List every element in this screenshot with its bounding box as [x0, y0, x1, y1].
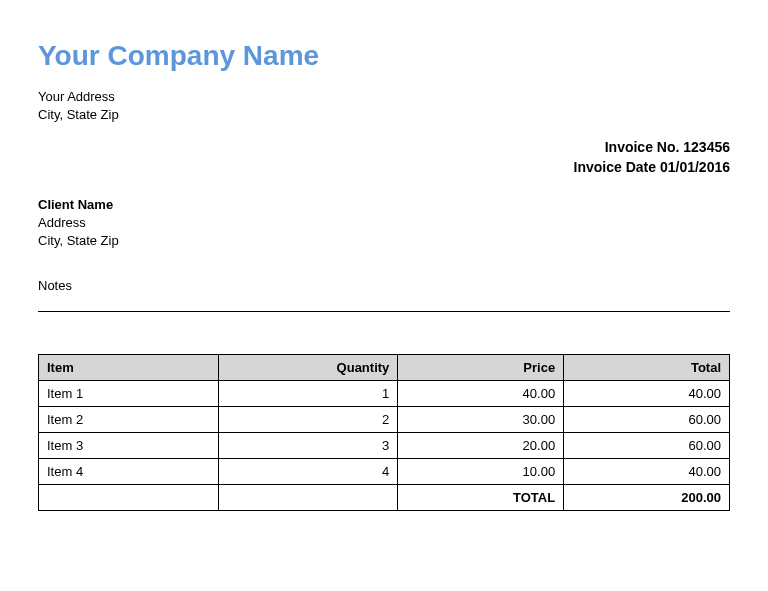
client-name: Client Name [38, 196, 730, 214]
table-total-row: TOTAL 200.00 [39, 485, 730, 511]
invoice-number-label: Invoice No. [605, 139, 680, 155]
table-row: Item 1 1 40.00 40.00 [39, 381, 730, 407]
cell-quantity: 1 [218, 381, 398, 407]
cell-total: 40.00 [564, 381, 730, 407]
cell-price: 30.00 [398, 407, 564, 433]
table-row: Item 3 3 20.00 60.00 [39, 433, 730, 459]
cell-total: 40.00 [564, 459, 730, 485]
invoice-date-line: Invoice Date 01/01/2016 [38, 158, 730, 178]
cell-total: 60.00 [564, 433, 730, 459]
cell-quantity: 2 [218, 407, 398, 433]
table-row: Item 4 4 10.00 40.00 [39, 459, 730, 485]
invoice-number-line: Invoice No. 123456 [38, 138, 730, 158]
invoice-date-value: 01/01/2016 [660, 159, 730, 175]
notes-label: Notes [38, 278, 730, 293]
invoice-meta: Invoice No. 123456 Invoice Date 01/01/20… [38, 138, 730, 177]
cell-item: Item 4 [39, 459, 219, 485]
cell-total: 60.00 [564, 407, 730, 433]
client-address-line2: City, State Zip [38, 232, 730, 250]
cell-quantity: 4 [218, 459, 398, 485]
cell-item: Item 2 [39, 407, 219, 433]
header-total: Total [564, 355, 730, 381]
company-address-block: Your Address City, State Zip [38, 88, 730, 124]
invoice-date-label: Invoice Date [574, 159, 656, 175]
invoice-table: Item Quantity Price Total Item 1 1 40.00… [38, 354, 730, 511]
header-quantity: Quantity [218, 355, 398, 381]
cell-item: Item 3 [39, 433, 219, 459]
header-item: Item [39, 355, 219, 381]
company-address-line1: Your Address [38, 88, 730, 106]
invoice-number-value: 123456 [683, 139, 730, 155]
cell-empty [39, 485, 219, 511]
cell-total-value: 200.00 [564, 485, 730, 511]
table-header-row: Item Quantity Price Total [39, 355, 730, 381]
company-name: Your Company Name [38, 40, 730, 72]
header-price: Price [398, 355, 564, 381]
section-divider [38, 311, 730, 312]
company-address-line2: City, State Zip [38, 106, 730, 124]
cell-quantity: 3 [218, 433, 398, 459]
cell-item: Item 1 [39, 381, 219, 407]
cell-empty [218, 485, 398, 511]
client-address-block: Client Name Address City, State Zip [38, 196, 730, 251]
cell-price: 20.00 [398, 433, 564, 459]
cell-total-label: TOTAL [398, 485, 564, 511]
client-address-line1: Address [38, 214, 730, 232]
cell-price: 10.00 [398, 459, 564, 485]
table-row: Item 2 2 30.00 60.00 [39, 407, 730, 433]
cell-price: 40.00 [398, 381, 564, 407]
